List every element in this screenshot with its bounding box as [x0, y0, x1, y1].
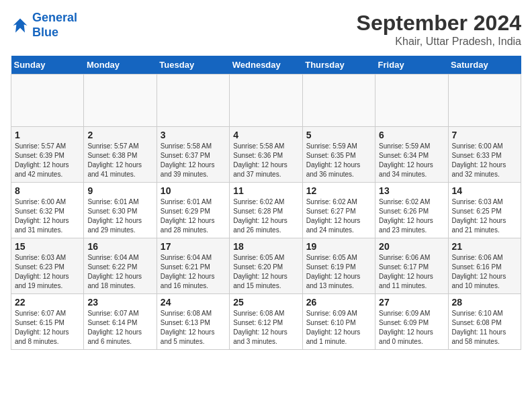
table-row: 26Sunrise: 6:09 AMSunset: 6:10 PMDayligh…: [302, 294, 375, 350]
day-info: Sunrise: 6:02 AMSunset: 6:26 PMDaylight:…: [379, 197, 444, 235]
calendar-week-row: [11, 75, 521, 127]
table-row: [84, 75, 157, 127]
table-row: 1Sunrise: 5:57 AMSunset: 6:39 PMDaylight…: [11, 127, 84, 183]
day-info: Sunrise: 6:03 AMSunset: 6:23 PMDaylight:…: [15, 253, 80, 291]
day-number: 12: [306, 185, 371, 196]
table-row: 3Sunrise: 5:58 AMSunset: 6:37 PMDaylight…: [157, 127, 229, 183]
table-row: [302, 75, 375, 127]
table-row: 7Sunrise: 6:00 AMSunset: 6:33 PMDaylight…: [448, 127, 521, 183]
day-number: 14: [452, 185, 517, 196]
day-info: Sunrise: 6:01 AMSunset: 6:30 PMDaylight:…: [87, 197, 152, 235]
table-row: 4Sunrise: 5:58 AMSunset: 6:36 PMDaylight…: [230, 127, 302, 183]
day-info: Sunrise: 6:01 AMSunset: 6:29 PMDaylight:…: [161, 197, 226, 235]
day-number: 23: [87, 297, 152, 308]
table-row: 11Sunrise: 6:02 AMSunset: 6:28 PMDayligh…: [230, 183, 302, 238]
svg-marker-0: [13, 18, 28, 32]
day-info: Sunrise: 5:57 AMSunset: 6:38 PMDaylight:…: [87, 142, 152, 179]
col-sunday: Sunday: [11, 56, 84, 75]
day-number: 28: [452, 297, 517, 308]
day-number: 26: [306, 297, 371, 308]
table-row: 27Sunrise: 6:09 AMSunset: 6:09 PMDayligh…: [375, 294, 448, 350]
header: General Blue September 2024 Khair, Uttar…: [11, 11, 521, 48]
day-number: 5: [306, 130, 371, 140]
day-info: Sunrise: 5:59 AMSunset: 6:35 PMDaylight:…: [306, 142, 371, 179]
day-number: 18: [233, 241, 298, 252]
day-number: 6: [379, 130, 444, 140]
calendar-header-row: Sunday Monday Tuesday Wednesday Thursday…: [11, 56, 521, 75]
logo: General Blue: [11, 11, 77, 40]
table-row: 28Sunrise: 6:10 AMSunset: 6:08 PMDayligh…: [448, 294, 521, 350]
day-number: 20: [379, 241, 444, 252]
table-row: 25Sunrise: 6:08 AMSunset: 6:12 PMDayligh…: [230, 294, 302, 350]
day-info: Sunrise: 5:59 AMSunset: 6:34 PMDaylight:…: [379, 142, 444, 179]
table-row: 17Sunrise: 6:04 AMSunset: 6:21 PMDayligh…: [157, 238, 229, 294]
table-row: [11, 75, 84, 127]
day-number: 24: [161, 297, 226, 308]
day-info: Sunrise: 6:09 AMSunset: 6:09 PMDaylight:…: [379, 309, 444, 347]
day-info: Sunrise: 6:06 AMSunset: 6:16 PMDaylight:…: [452, 253, 517, 291]
day-info: Sunrise: 6:07 AMSunset: 6:14 PMDaylight:…: [87, 309, 152, 347]
day-info: Sunrise: 6:08 AMSunset: 6:13 PMDaylight:…: [161, 309, 226, 347]
day-info: Sunrise: 6:03 AMSunset: 6:25 PMDaylight:…: [452, 197, 517, 235]
day-number: 9: [87, 185, 152, 196]
col-wednesday: Wednesday: [230, 56, 302, 75]
col-saturday: Saturday: [448, 56, 521, 75]
col-tuesday: Tuesday: [157, 56, 229, 75]
table-row: [448, 75, 521, 127]
table-row: 16Sunrise: 6:04 AMSunset: 6:22 PMDayligh…: [84, 238, 157, 294]
day-info: Sunrise: 6:04 AMSunset: 6:21 PMDaylight:…: [161, 253, 226, 291]
table-row: 12Sunrise: 6:02 AMSunset: 6:27 PMDayligh…: [302, 183, 375, 238]
logo-icon: [11, 16, 30, 35]
table-row: 2Sunrise: 5:57 AMSunset: 6:38 PMDaylight…: [84, 127, 157, 183]
day-number: 19: [306, 241, 371, 252]
table-row: 10Sunrise: 6:01 AMSunset: 6:29 PMDayligh…: [157, 183, 229, 238]
calendar-week-row: 22Sunrise: 6:07 AMSunset: 6:15 PMDayligh…: [11, 294, 521, 350]
table-row: [375, 75, 448, 127]
day-info: Sunrise: 6:05 AMSunset: 6:19 PMDaylight:…: [306, 253, 371, 291]
day-number: 17: [161, 241, 226, 252]
table-row: 20Sunrise: 6:06 AMSunset: 6:17 PMDayligh…: [375, 238, 448, 294]
table-row: 18Sunrise: 6:05 AMSunset: 6:20 PMDayligh…: [230, 238, 302, 294]
day-info: Sunrise: 6:08 AMSunset: 6:12 PMDaylight:…: [233, 309, 298, 347]
title-area: September 2024 Khair, Uttar Pradesh, Ind…: [357, 11, 521, 48]
table-row: [230, 75, 302, 127]
main-title: September 2024: [357, 11, 521, 36]
day-info: Sunrise: 6:00 AMSunset: 6:32 PMDaylight:…: [15, 197, 80, 235]
col-thursday: Thursday: [302, 56, 375, 75]
day-number: 8: [15, 185, 80, 196]
day-number: 13: [379, 185, 444, 196]
day-number: 11: [233, 185, 298, 196]
day-info: Sunrise: 6:06 AMSunset: 6:17 PMDaylight:…: [379, 253, 444, 291]
day-info: Sunrise: 6:02 AMSunset: 6:27 PMDaylight:…: [306, 197, 371, 235]
day-number: 15: [15, 241, 80, 252]
table-row: 24Sunrise: 6:08 AMSunset: 6:13 PMDayligh…: [157, 294, 229, 350]
day-info: Sunrise: 6:02 AMSunset: 6:28 PMDaylight:…: [233, 197, 298, 235]
table-row: [157, 75, 229, 127]
table-row: 6Sunrise: 5:59 AMSunset: 6:34 PMDaylight…: [375, 127, 448, 183]
table-row: 15Sunrise: 6:03 AMSunset: 6:23 PMDayligh…: [11, 238, 84, 294]
table-row: 21Sunrise: 6:06 AMSunset: 6:16 PMDayligh…: [448, 238, 521, 294]
calendar-week-row: 15Sunrise: 6:03 AMSunset: 6:23 PMDayligh…: [11, 238, 521, 294]
day-number: 7: [452, 130, 517, 140]
day-info: Sunrise: 5:58 AMSunset: 6:36 PMDaylight:…: [233, 142, 298, 179]
subtitle: Khair, Uttar Pradesh, India: [357, 36, 521, 48]
table-row: 19Sunrise: 6:05 AMSunset: 6:19 PMDayligh…: [302, 238, 375, 294]
day-number: 27: [379, 297, 444, 308]
logo-text: General Blue: [32, 11, 77, 40]
calendar-week-row: 8Sunrise: 6:00 AMSunset: 6:32 PMDaylight…: [11, 183, 521, 238]
col-monday: Monday: [84, 56, 157, 75]
table-row: 13Sunrise: 6:02 AMSunset: 6:26 PMDayligh…: [375, 183, 448, 238]
day-info: Sunrise: 5:57 AMSunset: 6:39 PMDaylight:…: [15, 142, 80, 179]
table-row: 8Sunrise: 6:00 AMSunset: 6:32 PMDaylight…: [11, 183, 84, 238]
day-info: Sunrise: 6:09 AMSunset: 6:10 PMDaylight:…: [306, 309, 371, 347]
table-row: 9Sunrise: 6:01 AMSunset: 6:30 PMDaylight…: [84, 183, 157, 238]
logo-line1: General: [32, 11, 77, 24]
day-number: 25: [233, 297, 298, 308]
day-info: Sunrise: 6:04 AMSunset: 6:22 PMDaylight:…: [87, 253, 152, 291]
table-row: 22Sunrise: 6:07 AMSunset: 6:15 PMDayligh…: [11, 294, 84, 350]
day-info: Sunrise: 6:07 AMSunset: 6:15 PMDaylight:…: [15, 309, 80, 347]
day-number: 4: [233, 130, 298, 140]
calendar-week-row: 1Sunrise: 5:57 AMSunset: 6:39 PMDaylight…: [11, 127, 521, 183]
day-info: Sunrise: 5:58 AMSunset: 6:37 PMDaylight:…: [161, 142, 226, 179]
day-number: 3: [161, 130, 226, 140]
